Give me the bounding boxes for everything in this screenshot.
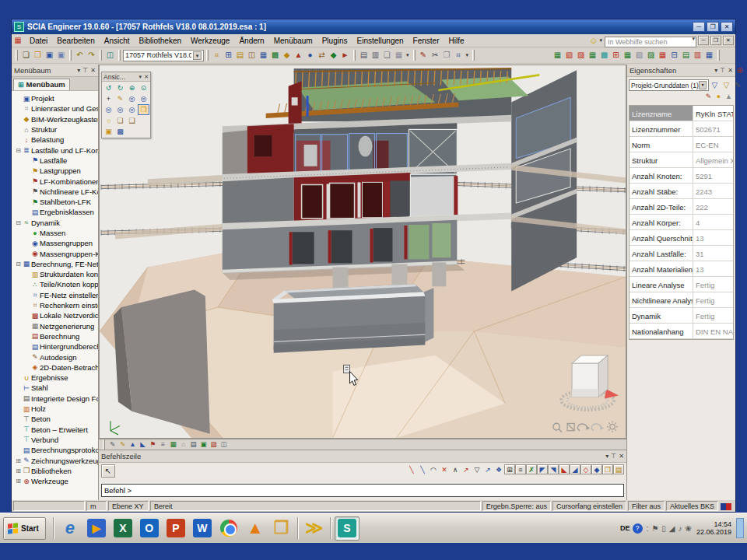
tree-expander[interactable]: ⊟	[15, 147, 22, 154]
view-rotate-y-icon[interactable]: ↻	[114, 82, 126, 93]
minimize-button[interactable]: ─	[693, 22, 705, 32]
clipping-icon[interactable]: ▤	[680, 50, 692, 61]
save-all-icon[interactable]: ▣	[55, 50, 67, 61]
view-top-icon[interactable]: ⊙	[138, 82, 149, 93]
tree-item-dynamik[interactable]: ⊟≈Dynamik	[13, 218, 98, 228]
tree-item-beton---erweitert[interactable]: ⊤Beton – Erweitert	[13, 425, 98, 435]
tree-item-stahl[interactable]: ⊢Stahl	[13, 383, 98, 393]
status-action-filteraus[interactable]: Filter aus	[628, 501, 665, 511]
snap-grid-icon[interactable]: ⊞	[504, 464, 515, 474]
prop-menu-icon[interactable]: ▾	[714, 67, 717, 74]
visibility-icon[interactable]: ⊟	[668, 50, 680, 61]
tree-item-fe-netz-einstellen[interactable]: ⌗FE-Netz einstellen	[13, 290, 98, 300]
maximize-button[interactable]: ❐	[707, 22, 719, 32]
filter1-icon[interactable]: ▽	[709, 80, 721, 91]
tree-item-lastf-lle-und-lf-kombinationen[interactable]: ⊟≣Lastfälle und LF-Kombinationen	[13, 145, 98, 155]
viewport-canvas[interactable]	[100, 65, 626, 438]
property-value[interactable]: 13	[693, 230, 733, 245]
sheet-icon[interactable]: ▤	[188, 440, 198, 450]
pan-icon[interactable]: +	[103, 93, 114, 104]
home-icon[interactable]: ⌂	[178, 440, 188, 450]
status-action-aktuellesbks[interactable]: Aktuelles BKS	[666, 501, 718, 511]
prop-pin-icon[interactable]: ⊤	[720, 67, 725, 74]
numbers-icon[interactable]: ▦	[622, 50, 633, 61]
tree-item-stahlbeton-lfk[interactable]: ⚑Stahlbeton-LFK	[13, 197, 98, 207]
property-value[interactable]: EC-EN	[693, 137, 733, 152]
shade-icon[interactable]: ▦	[587, 50, 598, 61]
snap-point-icon[interactable]: ◇	[580, 464, 591, 474]
snap-corner3-icon[interactable]: ◣	[559, 464, 570, 474]
save-icon[interactable]: ▣	[44, 50, 55, 61]
citrix-icon[interactable]: ≫	[302, 516, 327, 541]
tree-item-berechnung[interactable]: ▤Berechnung	[13, 331, 98, 341]
tree-item-ergebnisklassen[interactable]: ▤Ergebnisklassen	[13, 207, 98, 217]
tree-item-zeichnungswerkzeuge[interactable]: ⊞✎Zeichnungswerkzeuge	[13, 455, 98, 465]
tree-item-massengruppen[interactable]: ◉Massengruppen	[13, 238, 98, 248]
clip-box-icon[interactable]: ❏	[114, 115, 126, 126]
zoom-in-icon[interactable]: ◎	[126, 93, 138, 104]
palette-menu-icon[interactable]: ▾	[139, 74, 142, 80]
menu-item-datei[interactable]: Datei	[25, 36, 52, 46]
snap-settings-icon[interactable]: ▤	[613, 464, 624, 474]
section-icon[interactable]: ►	[339, 50, 351, 61]
snap-tangent-icon[interactable]: ↗	[482, 464, 493, 474]
status-action-cursorfangeinstellen[interactable]: Cursorfang einstellen	[552, 501, 626, 511]
print-icon[interactable]: ▤	[358, 50, 370, 61]
volume-icon[interactable]: ▨	[575, 50, 587, 61]
column-icon[interactable]: ◫	[246, 50, 258, 61]
menu-item-bearbeiten[interactable]: Bearbeiten	[52, 36, 99, 46]
clipboard-group-more-icon[interactable]: ▾	[466, 52, 469, 58]
close-panel-icon[interactable]: ✕	[90, 67, 96, 74]
property-value[interactable]: Allgemein XYZ	[693, 152, 733, 167]
flag-icon[interactable]: ⚑	[148, 440, 158, 450]
tray-expand-icon[interactable]: :	[647, 524, 649, 533]
walk-icon[interactable]: ✎	[114, 93, 126, 104]
tree-item-bim-werkzeugkasten[interactable]: ◆BIM-Werkzeugkasten	[13, 114, 98, 124]
mdi-restore-button[interactable]: ❐	[710, 36, 721, 45]
snap-intersect-icon[interactable]: ◆	[591, 464, 602, 474]
property-value[interactable]: 13	[693, 261, 733, 276]
light-icon[interactable]: ▩	[598, 50, 610, 61]
tree-item-projekt[interactable]: ▣Projekt	[13, 93, 98, 103]
tree-item-lastgruppen[interactable]: ⚑Lastgruppen	[13, 166, 98, 176]
redo-icon[interactable]: ↷	[86, 50, 97, 61]
print-preview-icon[interactable]: ▥	[370, 50, 381, 61]
tree-item-strukturdaten-kontrollieren[interactable]: ▥Strukturdaten kontrollieren	[13, 269, 98, 279]
print-group-more-icon[interactable]: ▾	[406, 52, 409, 58]
project-selector[interactable]: 17057 Rothfels V18.0▾	[123, 50, 204, 61]
zoom-window-icon[interactable]: ◎	[103, 104, 114, 115]
snap-vertex-icon[interactable]: ∧	[450, 464, 461, 474]
shade2-icon[interactable]: ▨	[209, 440, 219, 450]
support-icon[interactable]: ▲	[293, 50, 304, 61]
edit-prop-icon[interactable]: ✎	[732, 80, 744, 91]
title-bar[interactable]: S SCIA Engineer 19.0.60 - [17057 Rothfel…	[12, 19, 735, 34]
tree-item-linienraster-und-geschosse[interactable]: ⌗Linienraster und Geschosse	[13, 103, 98, 114]
property-value[interactable]: Fertig	[693, 308, 733, 323]
new-document-icon[interactable]: ❏	[20, 50, 32, 61]
property-value[interactable]: Fertig	[693, 277, 733, 292]
tray-network-icon[interactable]: ◢	[669, 524, 675, 533]
shell-icon[interactable]: ◆	[281, 50, 293, 61]
snap-parallel-icon[interactable]: ≡	[515, 464, 526, 474]
word-icon[interactable]: W	[190, 516, 215, 541]
project-selector-dropdown-icon[interactable]: ▾	[193, 51, 202, 60]
colors-icon[interactable]: ▦	[657, 50, 668, 61]
menu-item-werkzeuge[interactable]: Werkzeuge	[186, 36, 234, 46]
wall-icon[interactable]: ▩	[269, 50, 281, 61]
media-player-icon[interactable]: ▶	[84, 516, 109, 541]
tree-item-netzgenerierung[interactable]: ▦Netzgenerierung	[13, 321, 98, 331]
view-load-icon[interactable]: ▩	[114, 126, 126, 137]
tree-expander[interactable]: ⊟	[15, 261, 22, 268]
menu-item-hilfe[interactable]: Hilfe	[444, 36, 468, 46]
tray-flag-icon[interactable]: ⚑	[651, 524, 658, 533]
property-value[interactable]: 5291	[693, 168, 733, 183]
hinge-icon[interactable]: ●	[304, 50, 316, 61]
mdi-minimize-button[interactable]: ─	[698, 36, 709, 45]
snap-off-icon[interactable]: ✕	[439, 464, 450, 474]
property-value[interactable]: RyKln STATIK	[693, 106, 733, 121]
menu-item-ansicht[interactable]: Ansicht	[100, 36, 135, 46]
member-icon[interactable]: ⊞	[223, 50, 234, 61]
grid2-icon[interactable]: ▣	[198, 440, 209, 450]
tree-expander[interactable]: ⊞	[15, 478, 22, 485]
tree-item-verbund[interactable]: ⊤Verbund	[13, 435, 98, 445]
